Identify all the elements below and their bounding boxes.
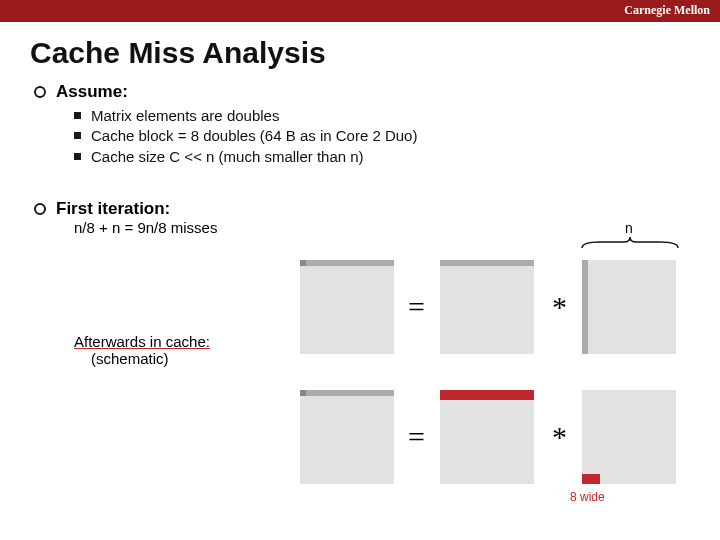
b1-col-shade bbox=[582, 260, 588, 354]
matrix-b1 bbox=[582, 260, 676, 354]
assume-item-1: Cache block = 8 doubles (64 B as in Core… bbox=[91, 127, 417, 144]
c1-cell-shade bbox=[300, 260, 306, 266]
brace-icon bbox=[580, 236, 680, 250]
equals-1: = bbox=[408, 290, 425, 324]
matrix-a1 bbox=[440, 260, 534, 354]
times-2: * bbox=[552, 420, 567, 454]
content-area: Assume: Matrix elements are doubles Cach… bbox=[0, 82, 720, 167]
eight-wide-label: 8 wide bbox=[570, 490, 605, 504]
n-label: n bbox=[623, 220, 635, 236]
matrix-c1 bbox=[300, 260, 394, 354]
after-cache: Afterwards in cache: (schematic) bbox=[74, 333, 210, 367]
list-item: Cache size C << n (much smaller than n) bbox=[74, 147, 720, 167]
matrix-b2 bbox=[582, 390, 676, 484]
assume-list: Matrix elements are doubles Cache block … bbox=[74, 106, 720, 167]
first-iter-label: First iteration: bbox=[56, 199, 170, 218]
c2-row-shade bbox=[300, 390, 394, 396]
bullet-square-icon bbox=[74, 112, 81, 119]
bullet-ring-icon bbox=[34, 86, 46, 98]
slide-title: Cache Miss Analysis bbox=[0, 22, 720, 82]
assume-item-2: Cache size C << n (much smaller than n) bbox=[91, 148, 364, 165]
brand-text: Carnegie Mellon bbox=[624, 3, 710, 17]
assume-item-0: Matrix elements are doubles bbox=[91, 107, 279, 124]
diagram: n = * = * 8 wide bbox=[300, 250, 710, 530]
c1-row-shade bbox=[300, 260, 394, 266]
after-label: Afterwards in cache: bbox=[74, 333, 210, 350]
a2-cached-row bbox=[440, 390, 534, 400]
matrix-a2 bbox=[440, 390, 534, 484]
bullet-square-icon bbox=[74, 153, 81, 160]
assume-label: Assume: bbox=[56, 82, 128, 101]
after-paren: (schematic) bbox=[91, 350, 169, 367]
first-iter-calc-text: n/8 + n = 9n/8 misses bbox=[74, 219, 217, 236]
list-item: Cache block = 8 doubles (64 B as in Core… bbox=[74, 126, 720, 146]
a1-row-shade bbox=[440, 260, 534, 266]
times-1: * bbox=[552, 290, 567, 324]
equals-2: = bbox=[408, 420, 425, 454]
assume-heading: Assume: bbox=[34, 82, 720, 102]
bullet-square-icon bbox=[74, 132, 81, 139]
matrix-c2 bbox=[300, 390, 394, 484]
bullet-ring-icon bbox=[34, 203, 46, 215]
first-iter-heading: First iteration: bbox=[34, 199, 170, 219]
c2-cell-shade bbox=[300, 390, 306, 396]
b2-cached-block bbox=[582, 474, 600, 484]
brand-bar: Carnegie Mellon bbox=[0, 0, 720, 22]
first-iter-calc: n/8 + n = 9n/8 misses bbox=[74, 219, 217, 236]
list-item: Matrix elements are doubles bbox=[74, 106, 720, 126]
